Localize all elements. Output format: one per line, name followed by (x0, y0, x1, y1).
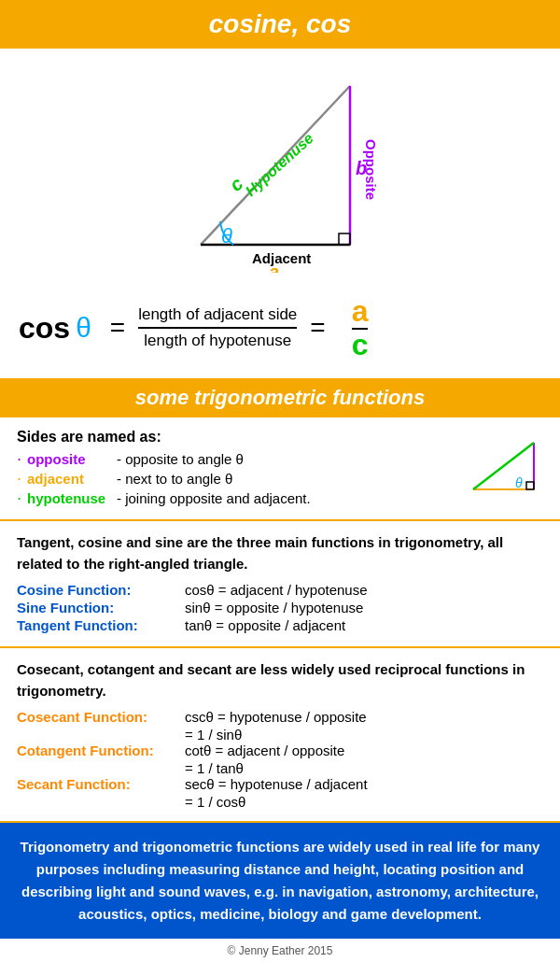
recip-fn-cosecant: Cosecant Function: (17, 709, 185, 725)
dot-adjacent: · (17, 469, 21, 488)
trig-formula-sine: sinθ = opposite / hypotenuse (185, 600, 363, 615)
trig-fn-sine: Sine Function: (17, 600, 185, 615)
recip-intro: Cosecant, cotangent and secant are less … (17, 659, 543, 701)
svg-text:θ: θ (515, 475, 523, 490)
sides-block: Sides are named as: · opposite - opposit… (0, 417, 560, 521)
side-name-hypotenuse: hypotenuse (27, 490, 111, 506)
svg-text:c: c (226, 173, 247, 195)
formula-a: a (352, 296, 369, 330)
formula-theta: θ (76, 312, 91, 344)
section2-title: some trigonometric functions (0, 386, 560, 410)
trig-intro: Tangent, cosine and sine are the three m… (17, 532, 543, 574)
small-triangle: θ (469, 433, 543, 498)
trig-row-sine: Sine Function: sinθ = opposite / hypoten… (17, 600, 543, 615)
formula-section: cos θ = length of adjacent side length o… (0, 282, 560, 378)
page-title: cosine, cos (0, 9, 560, 39)
trig-formula-cosine: cosθ = adjacent / hypotenuse (185, 582, 368, 598)
recip-fn-secant: Secant Function: (17, 776, 185, 792)
svg-text:b: b (356, 158, 367, 178)
side-name-adjacent: adjacent (27, 471, 111, 487)
copyright-text: © Jenny Eather 2015 (228, 944, 333, 957)
formula-numerator: length of adjacent side (138, 305, 297, 329)
side-row-adjacent: · adjacent - next to to angle θ (17, 469, 459, 488)
side-name-opposite: opposite (27, 451, 111, 467)
svg-rect-15 (526, 482, 534, 489)
formula-denominator: length of hypotenuse (144, 332, 291, 350)
formula-equals2: = (310, 313, 325, 343)
copyright-section: © Jenny Eather 2015 (0, 939, 560, 963)
trig-row-cosine: Cosine Function: cosθ = adjacent / hypot… (17, 582, 543, 598)
svg-text:θ: θ (221, 224, 232, 248)
footer-text: Trigonometry and trigonometric functions… (17, 836, 543, 926)
formula-c: c (352, 330, 369, 360)
trig-fn-cosine: Cosine Function: (17, 582, 185, 598)
formula-fraction: length of adjacent side length of hypote… (138, 305, 297, 350)
recip-formula-cosecant: cscθ = hypotenuse / opposite (185, 709, 367, 725)
trig-formula-tangent: tanθ = opposite / adjacent (185, 617, 345, 633)
recip-fn-cotangent: Cotangent Function: (17, 743, 185, 758)
sides-text: Sides are named as: · opposite - opposit… (17, 429, 459, 508)
triangle-svg: θ Hypotenuse c Opposite b Adjacent a (173, 67, 387, 273)
side-row-opposite: · opposite - opposite to angle θ (17, 449, 459, 469)
sides-title: Sides are named as: (17, 429, 459, 446)
triangle-diagram: θ Hypotenuse c Opposite b Adjacent a (173, 67, 387, 273)
section2-header: some trigonometric functions (0, 378, 560, 417)
recip-secant-extra: = 1 / cosθ (185, 794, 543, 810)
svg-text:a: a (269, 262, 279, 273)
recip-row-cosecant: Cosecant Function: cscθ = hypotenuse / o… (17, 709, 543, 725)
svg-text:Adjacent: Adjacent (252, 250, 311, 266)
dot-opposite: · (17, 449, 21, 469)
recip-cosecant-extra: = 1 / sinθ (185, 727, 543, 743)
recip-cotangent-extra: = 1 / tanθ (185, 760, 543, 776)
trig-fn-tangent: Tangent Function: (17, 617, 185, 633)
footer-block: Trigonometry and trigonometric functions… (0, 823, 560, 939)
cos-label: cos (19, 311, 70, 346)
side-row-hypotenuse: · hypotenuse - joining opposite and adja… (17, 488, 459, 508)
dot-hypotenuse: · (17, 488, 21, 508)
side-desc-opposite: - opposite to angle θ (117, 451, 244, 467)
recip-formula-secant: secθ = hypotenuse / adjacent (185, 776, 368, 792)
side-desc-adjacent: - next to to angle θ (117, 471, 232, 487)
recip-formula-cotangent: cotθ = adjacent / opposite (185, 743, 344, 758)
recip-row-secant: Secant Function: secθ = hypotenuse / adj… (17, 776, 543, 792)
svg-line-14 (473, 443, 534, 489)
trig-block: Tangent, cosine and sine are the three m… (0, 521, 560, 648)
side-desc-hypotenuse: - joining opposite and adjacent. (117, 490, 311, 506)
recip-block: Cosecant, cotangent and secant are less … (0, 648, 560, 823)
page-header: cosine, cos (0, 0, 560, 49)
triangle-section: θ Hypotenuse c Opposite b Adjacent a (0, 49, 560, 282)
formula-equals1: = (110, 313, 125, 343)
formula-fraction-ac: a c (352, 296, 369, 360)
recip-row-cotangent: Cotangent Function: cotθ = adjacent / op… (17, 743, 543, 758)
trig-row-tangent: Tangent Function: tanθ = opposite / adja… (17, 617, 543, 633)
